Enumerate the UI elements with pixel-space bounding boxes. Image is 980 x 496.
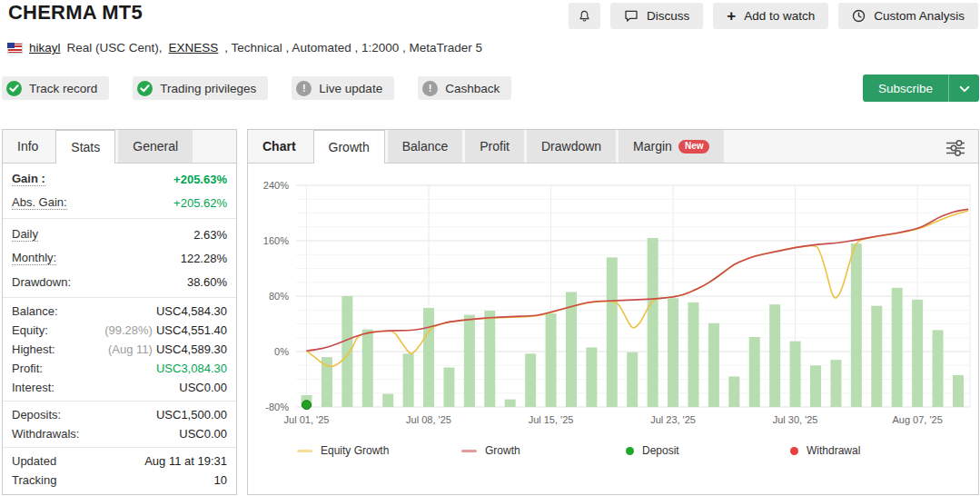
chart-panel: ChartGrowthBalanceProfitDrawdownMarginNe… <box>247 129 979 495</box>
stat-value: USC0.00 <box>179 381 227 394</box>
growth-bar <box>382 394 393 407</box>
discuss-label: Discuss <box>647 9 689 23</box>
stat-value: +205.63% <box>173 173 227 186</box>
chevron-down-icon <box>959 82 970 95</box>
custom-analysis-label: Custom Analysis <box>874 9 965 23</box>
stat-group: Deposits:USC1,500.00Withdrawals:USC0.00 <box>3 401 236 447</box>
badge-label: Track record <box>29 82 97 95</box>
dot-swatch-icon <box>790 447 798 455</box>
growth-bar <box>627 352 638 407</box>
custom-analysis-button[interactable]: Custom Analysis <box>838 3 978 29</box>
stat-label[interactable]: Gain : <box>12 172 45 186</box>
stat-label: Withdrawals: <box>12 427 79 441</box>
stat-row-abs-gain: Abs. Gain:+205.62% <box>3 191 236 214</box>
notifications-button[interactable] <box>569 3 600 29</box>
badge-cashback[interactable]: !Cashback <box>418 76 511 100</box>
growth-bar <box>769 304 780 407</box>
growth-bar <box>566 292 577 407</box>
username-link[interactable]: hikayl <box>29 41 61 55</box>
add-to-watch-button[interactable]: + Add to watch <box>713 3 828 29</box>
legend-label: Equity Growth <box>321 444 389 457</box>
header-actions: Discuss + Add to watch Custom Analysis <box>569 3 978 29</box>
broker-link[interactable]: EXNESS <box>169 41 219 55</box>
plus-icon: + <box>727 8 736 24</box>
stat-label[interactable]: Daily <box>12 227 38 242</box>
tab-drawdown[interactable]: Drawdown <box>527 130 616 163</box>
sliders-icon <box>944 147 967 161</box>
tab-stats[interactable]: Stats <box>55 130 115 164</box>
tab-balance[interactable]: Balance <box>388 130 463 163</box>
stat-label[interactable]: Monthly: <box>12 251 56 265</box>
chart-legend: Equity GrowthGrowthDepositWithdrawal <box>248 444 978 457</box>
stat-value: Aug 11 at 19:31 <box>144 454 227 468</box>
chart-panel-tabs: ChartGrowthBalanceProfitDrawdownMarginNe… <box>248 130 978 164</box>
badge-trading-privileges[interactable]: Trading privileges <box>133 76 268 100</box>
growth-bar <box>851 243 862 407</box>
growth-chart[interactable]: -80%0%80%160%240%Jul 01, '25Jul 08, '25J… <box>248 173 978 438</box>
tab-general[interactable]: General <box>118 130 193 163</box>
growth-bar <box>912 300 923 407</box>
badge-live-update[interactable]: !Live update <box>292 76 394 100</box>
growth-bar <box>790 342 801 407</box>
growth-bar <box>688 303 698 407</box>
new-badge: New <box>678 140 710 154</box>
growth-bar <box>749 337 760 407</box>
stat-value: USC4,584.30 <box>156 304 227 318</box>
account-type-text: Real (USC Cent), <box>67 41 163 55</box>
growth-bar <box>953 375 964 407</box>
stat-value: USC1,500.00 <box>156 408 227 422</box>
stat-value: 122.28% <box>181 252 227 265</box>
tab-label: Profit <box>480 139 510 154</box>
stat-value: (Aug 11)USC4,589.30 <box>108 342 227 356</box>
series-line-equity-growth <box>307 211 969 367</box>
stat-extra: (99.28%) <box>104 323 153 337</box>
legend-label: Withdrawal <box>807 444 860 457</box>
stat-group: Daily2.63%Monthly:122.28%Drawdown:38.60% <box>3 218 236 297</box>
stat-row-balance: Balance:USC4,584.30 <box>3 302 236 321</box>
growth-bar <box>484 311 495 407</box>
x-axis-label: Jul 23, '25 <box>650 414 696 425</box>
tab-info[interactable]: Info <box>3 130 53 163</box>
y-axis-label: 240% <box>263 180 289 191</box>
y-axis-label: 160% <box>263 235 289 246</box>
country-flag-icon <box>7 43 23 54</box>
growth-bar <box>464 315 475 407</box>
dot-swatch-icon <box>626 447 634 455</box>
growth-bar <box>871 306 882 407</box>
tab-profit[interactable]: Profit <box>465 130 524 163</box>
growth-bar <box>443 368 454 407</box>
series-line-growth <box>307 209 969 351</box>
stat-label[interactable]: Abs. Gain: <box>12 195 67 210</box>
discuss-button[interactable]: Discuss <box>610 3 703 29</box>
chart-settings-button[interactable] <box>942 136 969 163</box>
growth-bar <box>810 365 821 407</box>
stat-label: Updated <box>12 454 56 468</box>
page-title: CHERMA MT5 <box>8 1 143 25</box>
stat-row-deposits: Deposits:USC1,500.00 <box>3 405 236 424</box>
growth-bar <box>892 288 903 407</box>
badge-track-record[interactable]: Track record <box>2 76 109 100</box>
x-axis-label: Jul 30, '25 <box>773 414 818 425</box>
growth-bar <box>342 296 352 407</box>
badge-label: Live update <box>319 82 382 95</box>
growth-bar <box>423 308 434 407</box>
tab-growth[interactable]: Growth <box>313 130 385 164</box>
subscribe-dropdown-button[interactable] <box>948 74 979 102</box>
growth-bar <box>362 330 373 407</box>
stat-value: 10 <box>214 473 227 487</box>
tab-chart[interactable]: Chart <box>248 130 311 163</box>
account-info-row: hikayl Real (USC Cent), EXNESS , Technic… <box>7 41 482 55</box>
status-badges: Track recordTrading privileges!Live upda… <box>2 76 511 100</box>
growth-bar <box>607 257 618 407</box>
stat-row-profit: Profit:USC3,084.30 <box>3 359 236 378</box>
stats-list: Gain :+205.63%Abs. Gain:+205.62%Daily2.6… <box>3 164 236 493</box>
x-axis-label: Jul 15, '25 <box>529 414 574 425</box>
bell-icon <box>578 9 591 24</box>
stat-label: Profit: <box>12 362 43 375</box>
subscribe-button[interactable]: Subscribe <box>863 74 948 102</box>
tab-margin[interactable]: MarginNew <box>619 130 724 163</box>
stat-row-monthly: Monthly:122.28% <box>3 246 236 270</box>
stats-panel: InfoStatsGeneral Gain :+205.63%Abs. Gain… <box>2 129 237 495</box>
clock-icon <box>852 9 866 23</box>
add-to-watch-label: Add to watch <box>744 9 815 23</box>
